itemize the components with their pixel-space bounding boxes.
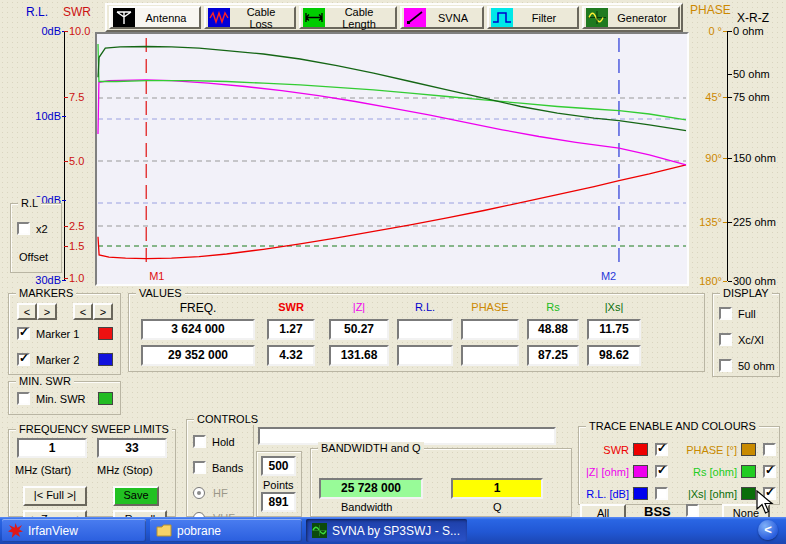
phase-header: PHASE: [460, 301, 520, 313]
phase-trace-checkbox[interactable]: [763, 443, 776, 456]
xcxl-checkbox[interactable]: [719, 333, 732, 346]
min-swr-color-swatch[interactable]: [98, 392, 113, 405]
save-button[interactable]: Save: [113, 486, 159, 506]
values-group: VALUES FREQ. SWR |Z| R.L. PHASE Rs |Xs| …: [128, 293, 705, 372]
irfanview-icon: [8, 523, 23, 538]
axis-tick: 75 ohm: [733, 91, 770, 103]
toolbar-button-label: Generator: [610, 12, 678, 24]
stop-freq-label: MHz (Stop): [97, 464, 153, 476]
zoom-button[interactable]: > Zoom <: [23, 510, 87, 517]
z-header: |Z|: [329, 301, 389, 313]
right-axis-line: [727, 31, 728, 281]
axis-tick: 7.5: [69, 91, 84, 103]
rl-trace-swatch[interactable]: [633, 487, 648, 500]
points-bottom-value[interactable]: 891: [261, 492, 296, 512]
points-top-value[interactable]: 500: [261, 456, 296, 476]
markers-group: MARKERS < > < > Marker 1 Marker 2: [8, 293, 121, 375]
cable-loss-button[interactable]: Cable Loss: [204, 6, 296, 29]
xs-trace-swatch[interactable]: [741, 487, 756, 500]
m1-xs-value: 11.75: [587, 319, 641, 340]
ohm50-checkbox[interactable]: [719, 359, 732, 372]
svna-task-icon: [312, 523, 327, 538]
marker1-color-swatch[interactable]: [98, 327, 113, 340]
z-trace-swatch[interactable]: [633, 465, 648, 478]
axis-tick: 5.0: [69, 155, 84, 167]
m2-freq-value: 29 352 000: [141, 345, 255, 366]
m2-phase-value: [461, 345, 519, 366]
rs-header: Rs: [523, 301, 583, 313]
svg-text:M1: M1: [149, 270, 164, 282]
rs-trace-swatch[interactable]: [741, 465, 756, 478]
start-freq-input[interactable]: 1: [17, 438, 87, 458]
marker1-label: Marker 1: [36, 328, 79, 340]
taskbar-item-label: IrfanView: [28, 524, 78, 538]
left-axis-line: [64, 31, 65, 281]
stop-freq-input[interactable]: 33: [97, 438, 167, 458]
taskbar-item-svna[interactable]: SVNA by SP3SWJ - S...: [306, 519, 467, 542]
axis-tick: 300 ohm: [733, 275, 776, 287]
recall-button[interactable]: Recall: [113, 510, 167, 517]
axis-tick: 0dB: [41, 25, 61, 37]
m2-xs-value: 98.62: [587, 345, 641, 366]
marker1-prev-button[interactable]: <: [17, 303, 37, 320]
z-trace-checkbox[interactable]: [655, 465, 668, 478]
swr-trace-checkbox[interactable]: [655, 443, 668, 456]
bss-checkbox[interactable]: [686, 504, 699, 517]
antenna-button[interactable]: Antenna: [109, 6, 201, 29]
rs-trace-checkbox[interactable]: [763, 465, 776, 478]
generator-button[interactable]: Generator: [582, 6, 680, 29]
taskbar-item-pobrane[interactable]: pobrane: [150, 519, 302, 542]
marker1-checkbox[interactable]: [17, 327, 30, 340]
marker2-checkbox[interactable]: [17, 353, 30, 366]
taskbar-collapse-button[interactable]: <: [758, 520, 778, 540]
rl-trace-checkbox[interactable]: [655, 487, 668, 500]
start-freq-label: MHz (Start): [15, 464, 71, 476]
xrz-axis-title: X-R-Z: [737, 11, 769, 25]
full-checkbox[interactable]: [719, 307, 732, 320]
filter-button[interactable]: Filter: [487, 6, 579, 29]
axis-tick: 2.5: [69, 220, 84, 232]
svna-button[interactable]: SVNA: [400, 6, 484, 29]
m2-rl-value: [397, 345, 453, 366]
rs-trace-label: Rs [ohm]: [675, 466, 737, 478]
chart-area[interactable]: M1M2: [95, 32, 689, 286]
swr-trace-swatch[interactable]: [633, 443, 648, 456]
ohm50-label: 50 ohm: [738, 360, 775, 372]
m1-phase-value: [461, 319, 519, 340]
m1-freq-value: 3 624 000: [141, 319, 255, 340]
hf-radio[interactable]: [193, 487, 205, 499]
m2-rs-value: 87.25: [527, 345, 579, 366]
taskbar-item-irfanview[interactable]: IrfanView: [2, 519, 146, 542]
points-panel: 500 Points 891: [256, 451, 302, 517]
bands-checkbox[interactable]: [193, 461, 206, 474]
marker2-next-button[interactable]: >: [93, 303, 113, 320]
all-button[interactable]: All: [580, 504, 626, 517]
marker2-prev-button[interactable]: <: [73, 303, 93, 320]
toolbar-button-label: SVNA: [428, 12, 482, 24]
antenna-icon: [113, 8, 135, 27]
cable-loss-icon: [208, 8, 230, 27]
filter-icon: [491, 8, 513, 27]
cable-length-button[interactable]: Cable Length: [299, 6, 397, 29]
q-value: 1: [451, 478, 543, 499]
x2-checkbox[interactable]: [17, 222, 30, 235]
mouse-cursor: [756, 490, 774, 516]
trace-enable-group: TRACE ENABLE AND COLOURS SWR PHASE [°] |…: [578, 426, 780, 505]
bandwidth-group-title: BANDWIDTH and Q: [318, 442, 424, 454]
min-swr-checkbox[interactable]: [17, 392, 30, 405]
rl-header: R.L.: [395, 301, 455, 313]
axis-tick: 10dB: [35, 110, 61, 122]
full-sweep-button[interactable]: |< Full >|: [23, 486, 87, 506]
sweep-plot: M1M2: [97, 34, 687, 284]
bss-label: BSS: [644, 504, 671, 517]
bands-label: Bands: [212, 462, 243, 474]
xs-header: |Xs|: [584, 301, 644, 313]
marker2-label: Marker 2: [36, 354, 79, 366]
sweep-limits-group: FREQUENCY SWEEP LIMITS 1 33 MHz (Start) …: [8, 429, 176, 517]
marker1-next-button[interactable]: >: [37, 303, 57, 320]
axis-tick: 50 ohm: [733, 68, 770, 80]
m2-swr-value: 4.32: [267, 345, 315, 366]
hold-checkbox[interactable]: [193, 435, 206, 448]
marker2-color-swatch[interactable]: [98, 353, 113, 366]
phase-trace-swatch[interactable]: [741, 443, 756, 456]
